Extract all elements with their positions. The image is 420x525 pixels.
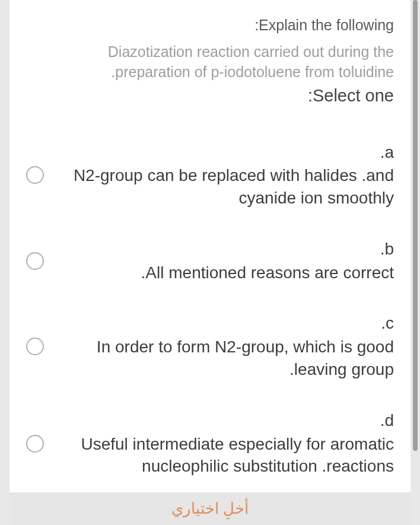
- scrollbar-track[interactable]: [412, 0, 418, 525]
- question-title: :Explain the following: [26, 17, 394, 34]
- radio-d[interactable]: [26, 435, 44, 453]
- radio-wrap: [26, 252, 44, 270]
- option-body: .All mentioned reasons are correct: [141, 263, 394, 282]
- question-header: :Explain the following Diazotization rea…: [26, 0, 394, 112]
- radio-wrap: [26, 338, 44, 355]
- question-subtitle: Diazotization reaction carried out durin…: [26, 42, 394, 82]
- select-one-label: :Select one: [26, 86, 394, 106]
- radio-wrap: [26, 166, 44, 184]
- radio-wrap: [26, 435, 44, 453]
- radio-a[interactable]: [26, 166, 44, 184]
- footer-bar: أخلِ اختياري: [9, 492, 411, 525]
- option-text: .d Useful intermediate especially for ar…: [55, 409, 394, 478]
- option-text: .b .All mentioned reasons are correct: [55, 238, 394, 284]
- radio-c[interactable]: [26, 338, 44, 355]
- options-list: .a N2-group can be replaced with halides…: [26, 112, 394, 478]
- option-body: In order to form N2-group, which is good…: [97, 338, 394, 378]
- option-letter: .c: [55, 312, 394, 335]
- option-d[interactable]: .d Useful intermediate especially for ar…: [26, 409, 394, 478]
- question-card: :Explain the following Diazotization rea…: [9, 0, 411, 492]
- option-c[interactable]: .c In order to form N2-group, which is g…: [26, 312, 394, 380]
- option-a[interactable]: .a N2-group can be replaced with halides…: [26, 141, 394, 209]
- clear-choice-link[interactable]: أخلِ اختياري: [171, 499, 249, 518]
- option-body: Useful intermediate especially for aroma…: [81, 435, 394, 476]
- option-body: N2-group can be replaced with halides .a…: [74, 166, 394, 207]
- option-letter: .a: [55, 141, 394, 164]
- option-text: .c In order to form N2-group, which is g…: [55, 312, 394, 380]
- option-text: .a N2-group can be replaced with halides…: [55, 141, 394, 209]
- scrollbar-thumb[interactable]: [413, 0, 418, 451]
- option-letter: .d: [55, 409, 394, 432]
- option-letter: .b: [55, 238, 394, 260]
- option-b[interactable]: .b .All mentioned reasons are correct: [26, 238, 394, 284]
- radio-b[interactable]: [26, 252, 44, 270]
